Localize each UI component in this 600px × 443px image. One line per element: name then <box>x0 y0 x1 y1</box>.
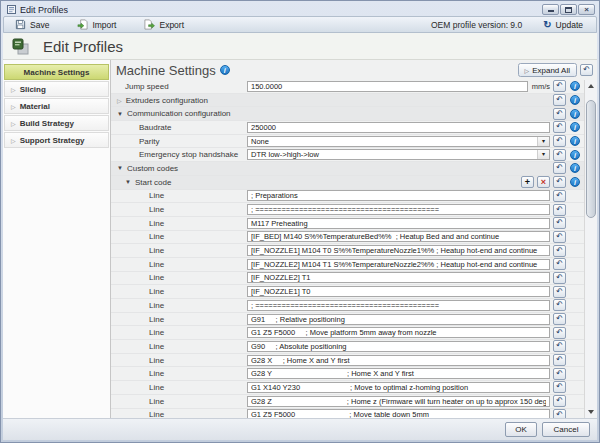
revert-button[interactable]: ↶ <box>553 340 566 352</box>
info-icon[interactable]: i <box>570 177 580 187</box>
add-line-button[interactable]: + <box>521 176 534 188</box>
close-button[interactable]: × <box>578 4 595 15</box>
revert-button[interactable]: ↶ <box>553 313 566 325</box>
sidebar-list: Machine Settings▷Slicing▷Material▷Build … <box>4 64 109 148</box>
scrollbar[interactable] <box>584 80 597 418</box>
revert-button[interactable]: ↶ <box>553 381 566 393</box>
info-icon[interactable]: i <box>570 81 580 91</box>
import-button[interactable]: Import <box>70 17 123 32</box>
gcode-line-input[interactable] <box>247 204 550 215</box>
info-icon[interactable]: i <box>570 163 580 173</box>
gcode-line-input[interactable] <box>247 259 550 270</box>
info-icon[interactable]: i <box>570 95 580 105</box>
scrollbar-track[interactable] <box>585 92 597 406</box>
info-icon[interactable]: i <box>570 136 580 146</box>
delete-line-button[interactable]: × <box>537 176 550 188</box>
gcode-line-input[interactable] <box>247 382 550 393</box>
sidebar-item-support-strategy[interactable]: ▷Support Strategy <box>4 132 109 148</box>
revert-button[interactable]: ↶ <box>553 80 566 92</box>
revert-button[interactable]: ↶ <box>553 217 566 229</box>
revert-button[interactable]: ↶ <box>553 135 566 147</box>
revert-button[interactable]: ↶ <box>553 299 566 311</box>
cancel-button[interactable]: Cancel <box>542 422 590 437</box>
scroll-down-button[interactable] <box>585 406 597 418</box>
revert-button[interactable]: ↶ <box>553 286 566 298</box>
save-label: Save <box>30 20 49 30</box>
scroll-up-button[interactable] <box>585 80 597 92</box>
parity-select[interactable]: None▾ <box>247 136 550 147</box>
revert-button[interactable]: ↶ <box>553 108 566 120</box>
revert-button[interactable]: ↶ <box>553 94 566 106</box>
save-icon <box>15 19 26 30</box>
revert-button[interactable]: ↶ <box>553 409 566 418</box>
collapse-icon[interactable]: ▼ <box>117 111 123 117</box>
gcode-line-input[interactable] <box>247 314 550 325</box>
revert-button[interactable]: ↶ <box>553 231 566 243</box>
gcode-line-input[interactable] <box>247 190 550 201</box>
gcode-line-input[interactable] <box>247 272 550 283</box>
sidebar-item-slicing[interactable]: ▷Slicing <box>4 81 109 97</box>
baudrate-input[interactable] <box>247 122 550 133</box>
revert-all-button[interactable]: ↶ <box>580 64 593 76</box>
revert-button[interactable]: ↶ <box>553 354 566 366</box>
revert-button[interactable]: ↶ <box>553 162 566 174</box>
gcode-line-input[interactable] <box>247 341 550 352</box>
gcode-line-input[interactable] <box>247 245 550 256</box>
revert-button[interactable]: ↶ <box>553 149 566 161</box>
emergency-stop-handshake-select[interactable]: DTR low->high->low▾ <box>247 149 550 160</box>
export-button[interactable]: Export <box>137 17 191 32</box>
revert-button[interactable]: ↶ <box>553 176 566 188</box>
revert-button[interactable]: ↶ <box>553 190 566 202</box>
gcode-line-input[interactable] <box>247 286 550 297</box>
collapse-icon[interactable]: ▼ <box>117 165 123 171</box>
expand-icon[interactable]: ▷ <box>117 97 122 104</box>
revert-button[interactable]: ↶ <box>553 395 566 407</box>
titlebar[interactable]: Edit Profiles × <box>3 3 597 16</box>
line-row: Line↶i <box>111 244 584 258</box>
setting-row: Baudrate↶i <box>111 121 584 135</box>
export-label: Export <box>159 20 184 30</box>
maximize-button[interactable] <box>560 4 577 15</box>
gcode-line-input[interactable] <box>247 396 550 407</box>
setting-row: Emergency stop handshakeDTR low->high->l… <box>111 148 584 162</box>
setting-label: Emergency stop handshake <box>139 150 238 159</box>
sidebar-item-build-strategy[interactable]: ▷Build Strategy <box>4 115 109 131</box>
app-icon <box>7 5 16 14</box>
info-icon[interactable]: i <box>570 122 580 132</box>
gcode-line-input[interactable] <box>247 327 550 338</box>
save-button[interactable]: Save <box>8 17 56 32</box>
gcode-line-input[interactable] <box>247 300 550 311</box>
minimize-button[interactable] <box>542 4 559 15</box>
sidebar-item-label: Material <box>20 102 50 111</box>
scrollbar-thumb[interactable] <box>586 100 596 218</box>
gcode-line-input[interactable] <box>247 218 550 229</box>
revert-button[interactable]: ↶ <box>553 258 566 270</box>
line-row: Line↶i <box>111 217 584 231</box>
info-icon[interactable]: i <box>570 109 580 119</box>
expand-all-button[interactable]: ▷ Expand All <box>518 63 577 77</box>
jump-speed-input[interactable] <box>247 81 528 92</box>
revert-button[interactable]: ↶ <box>553 121 566 133</box>
update-button[interactable]: ↻ Update <box>536 18 590 32</box>
info-icon[interactable]: i <box>570 150 580 160</box>
setting-label: Baudrate <box>139 123 171 132</box>
gcode-line-input[interactable] <box>247 355 550 366</box>
setting-row: Jump speedmm/s↶i <box>111 80 584 94</box>
sidebar-item-machine-settings[interactable]: Machine Settings <box>4 64 109 80</box>
scroll-up-icon <box>588 84 594 88</box>
gcode-line-input[interactable] <box>247 368 550 379</box>
revert-button[interactable]: ↶ <box>553 368 566 380</box>
revert-button[interactable]: ↶ <box>553 327 566 339</box>
setting-label: Line <box>149 342 164 351</box>
collapse-icon[interactable]: ▼ <box>125 179 131 185</box>
sidebar-item-material[interactable]: ▷Material <box>4 98 109 114</box>
revert-button[interactable]: ↶ <box>553 272 566 284</box>
revert-button[interactable]: ↶ <box>553 204 566 216</box>
setting-label: Line <box>149 191 164 200</box>
revert-button[interactable]: ↶ <box>553 245 566 257</box>
ok-button[interactable]: OK <box>505 422 537 437</box>
info-icon[interactable]: i <box>220 65 230 75</box>
gcode-line-input[interactable] <box>247 409 550 418</box>
expander-icon: ▷ <box>11 120 16 127</box>
gcode-line-input[interactable] <box>247 231 550 242</box>
